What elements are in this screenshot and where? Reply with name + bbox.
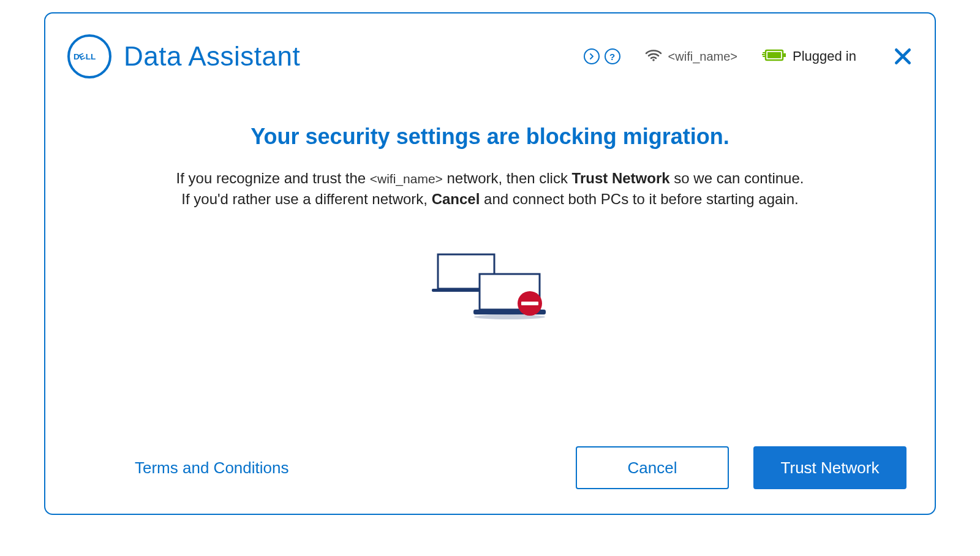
footer-buttons: Cancel Trust Network bbox=[576, 446, 907, 489]
desc-part: If you recognize and trust the bbox=[176, 170, 370, 186]
app-title: Data Assistant bbox=[124, 41, 300, 72]
svg-point-4 bbox=[652, 59, 655, 61]
svg-rect-7 bbox=[783, 53, 786, 57]
dell-logo-icon: D E L L bbox=[67, 34, 111, 78]
wifi-name-label: <wifi_name> bbox=[668, 50, 737, 64]
wifi-icon bbox=[645, 48, 662, 64]
svg-text:L: L bbox=[86, 52, 91, 61]
desc-part: If you'd rather use a different network, bbox=[181, 191, 431, 207]
desc-part: and connect both PCs to it before starti… bbox=[484, 191, 799, 207]
cancel-strong: Cancel bbox=[432, 191, 480, 207]
svg-text:L: L bbox=[91, 52, 96, 61]
wifi-name-token: <wifi_name> bbox=[370, 172, 443, 186]
cancel-button[interactable]: Cancel bbox=[576, 446, 729, 489]
next-icon[interactable] bbox=[584, 48, 600, 64]
description-text: If you recognize and trust the <wifi_nam… bbox=[176, 168, 804, 209]
header-right: ? <wifi_name> bbox=[584, 47, 913, 66]
help-icon[interactable]: ? bbox=[605, 48, 620, 64]
battery-plugged-icon bbox=[762, 48, 786, 65]
header-bar: D E L L Data Assistant ? bbox=[67, 32, 913, 81]
trust-network-button[interactable]: Trust Network bbox=[753, 446, 907, 489]
content-area: Your security settings are blocking migr… bbox=[67, 81, 913, 446]
two-laptops-blocked-icon bbox=[432, 252, 548, 326]
header-left: D E L L Data Assistant bbox=[67, 34, 300, 78]
terms-and-conditions-link[interactable]: Terms and Conditions bbox=[135, 459, 288, 478]
power-status-label: Plugged in bbox=[793, 48, 856, 64]
desc-part: so we can continue. bbox=[674, 170, 804, 186]
svg-point-12 bbox=[474, 314, 545, 319]
footer-bar: Terms and Conditions Cancel Trust Networ… bbox=[67, 446, 913, 495]
desc-part: network, then click bbox=[447, 170, 572, 186]
trust-network-strong: Trust Network bbox=[572, 170, 670, 186]
svg-rect-14 bbox=[521, 302, 538, 305]
power-status: Plugged in bbox=[762, 48, 856, 65]
wifi-status: <wifi_name> bbox=[645, 48, 737, 64]
app-window: D E L L Data Assistant ? bbox=[44, 12, 936, 515]
page-title: Your security settings are blocking migr… bbox=[251, 124, 729, 150]
close-button[interactable] bbox=[893, 47, 913, 66]
svg-rect-6 bbox=[767, 52, 781, 58]
header-icon-group: ? bbox=[584, 48, 620, 64]
